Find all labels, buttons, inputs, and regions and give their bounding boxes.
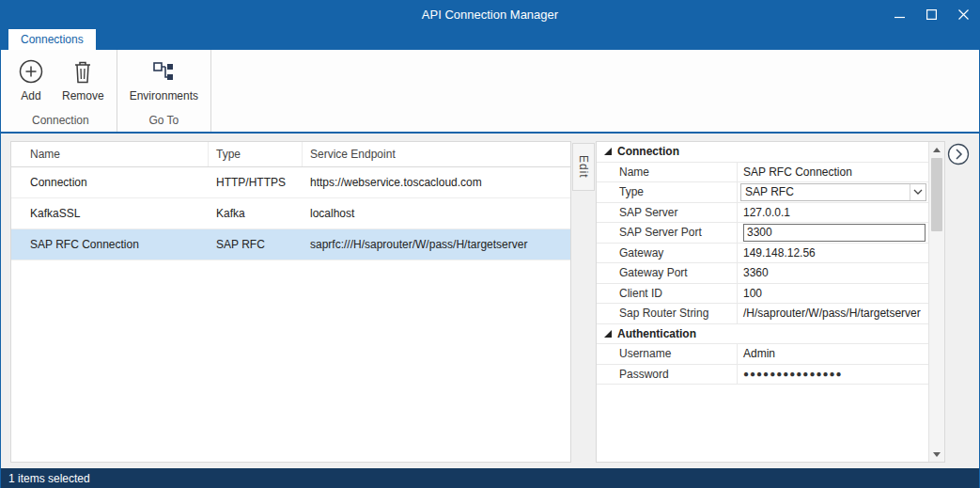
table-row[interactable]: KafkaSSLKafkalocalhost <box>11 198 570 229</box>
tab-connections[interactable]: Connections <box>8 29 96 50</box>
ribbon-group-goto: Environments Go To <box>117 50 211 132</box>
table-cell: localhost <box>303 207 570 220</box>
api-connection-manager-window: API Connection Manager Connections <box>0 0 980 488</box>
property-row: TypeSAP RFC <box>597 182 928 203</box>
property-label: Username <box>597 344 738 364</box>
property-label: Type <box>597 182 738 202</box>
property-row: Password●●●●●●●●●●●●●●● <box>597 365 928 386</box>
environments-button-label: Environments <box>130 89 198 102</box>
table-cell: HTTP/HTTPS <box>209 176 303 189</box>
focused-text-input[interactable]: 3300 <box>743 224 926 242</box>
expander-expanded-icon <box>604 330 612 338</box>
table-cell: Connection <box>11 176 209 189</box>
chevron-down-icon[interactable] <box>910 184 926 200</box>
ribbon-group-label-goto: Go To <box>121 112 207 132</box>
table-cell: KafkaSSL <box>11 207 209 220</box>
property-label: Password <box>597 365 738 385</box>
add-circle-plus-icon <box>18 57 44 86</box>
property-group-label: Authentication <box>617 327 696 340</box>
property-value[interactable]: SAP RFC Connection <box>738 163 928 182</box>
ribbon-group-label-connection: Connection <box>8 112 113 132</box>
window-title: API Connection Manager <box>1 8 979 22</box>
table-cell: SAP RFC <box>209 238 303 251</box>
environments-sitemap-icon <box>151 57 176 86</box>
property-row: UsernameAdmin <box>597 344 928 365</box>
scrollbar-up-arrow[interactable] <box>929 142 944 157</box>
main-content: NameTypeService Endpoint ConnectionHTTP/… <box>1 134 979 468</box>
property-value: 3300 <box>738 223 928 243</box>
property-row: Client ID100 <box>597 284 928 305</box>
property-row: Sap Router String/H/saprouter/W/pass/H/t… <box>597 304 928 324</box>
property-panel: ConnectionNameSAP RFC ConnectionTypeSAP … <box>596 141 945 463</box>
table-cell: saprfc:///H/saprouter/W/pass/H/targetser… <box>303 238 570 251</box>
property-value[interactable]: 3360 <box>738 263 928 283</box>
property-value[interactable]: 127.0.0.1 <box>738 203 928 223</box>
status-text: 1 items selected <box>8 472 90 485</box>
table-body: ConnectionHTTP/HTTPShttps://webservice.t… <box>11 167 570 260</box>
edit-tab-strip: Edit <box>571 141 596 463</box>
add-button[interactable]: Add <box>8 50 54 112</box>
property-label: Gateway Port <box>597 263 738 283</box>
window-controls <box>883 0 979 28</box>
table-cell: Kafka <box>209 207 303 220</box>
titlebar: API Connection Manager <box>1 0 979 28</box>
property-grid: ConnectionNameSAP RFC ConnectionTypeSAP … <box>597 142 928 462</box>
vertical-scrollbar[interactable] <box>928 142 944 462</box>
property-value[interactable]: /H/saprouter/W/pass/H/targetserver <box>738 304 928 323</box>
add-button-label: Add <box>21 89 40 102</box>
property-label: Sap Router String <box>597 304 738 323</box>
trash-icon <box>71 57 94 86</box>
edit-tab[interactable]: Edit <box>572 143 595 191</box>
maximize-icon <box>926 9 937 20</box>
table-cell: SAP RFC Connection <box>11 238 209 251</box>
property-row: Gateway149.148.12.56 <box>597 244 928 264</box>
ribbon-group-connection: Add Remove Connection <box>5 50 117 132</box>
property-value[interactable]: 100 <box>738 284 928 304</box>
scrollbar-down-arrow[interactable] <box>929 447 944 462</box>
connections-table: NameTypeService Endpoint ConnectionHTTP/… <box>10 141 571 463</box>
tab-strip: Connections <box>1 28 979 50</box>
close-icon <box>958 9 969 20</box>
expand-panel-button[interactable] <box>947 143 970 168</box>
minimize-button[interactable] <box>883 0 915 28</box>
chevron-right-circle-icon <box>947 143 970 165</box>
table-cell: https://webservice.toscacloud.com <box>303 176 570 189</box>
property-label: SAP Server Port <box>597 223 738 243</box>
property-row: SAP Server Port3300 <box>597 223 928 244</box>
table-header: NameTypeService Endpoint <box>11 142 570 167</box>
column-header-service-endpoint[interactable]: Service Endpoint <box>303 142 570 166</box>
property-label: Name <box>597 163 738 182</box>
property-row: NameSAP RFC Connection <box>597 163 928 183</box>
column-header-name[interactable]: Name <box>11 142 209 166</box>
property-label: Gateway <box>597 244 738 263</box>
property-group-header[interactable]: Authentication <box>597 324 928 345</box>
password-field[interactable]: ●●●●●●●●●●●●●●● <box>738 365 928 385</box>
maximize-button[interactable] <box>915 0 947 28</box>
property-value[interactable]: Admin <box>738 344 928 364</box>
dropdown-value: SAP RFC <box>745 185 794 198</box>
scrollbar-track[interactable] <box>929 232 944 447</box>
expander-expanded-icon <box>604 148 612 155</box>
remove-button[interactable]: Remove <box>54 50 113 112</box>
property-group-header[interactable]: Connection <box>597 142 928 163</box>
panel-gutter <box>945 141 972 463</box>
property-label: Client ID <box>597 284 738 304</box>
type-dropdown[interactable]: SAP RFC <box>738 182 928 202</box>
property-group-label: Connection <box>617 145 679 158</box>
column-header-type[interactable]: Type <box>209 142 303 166</box>
property-row: Gateway Port3360 <box>597 263 928 284</box>
remove-button-label: Remove <box>62 89 104 102</box>
table-row[interactable]: ConnectionHTTP/HTTPShttps://webservice.t… <box>11 167 570 198</box>
minimize-icon <box>894 9 905 20</box>
property-label: SAP Server <box>597 203 738 223</box>
close-button[interactable] <box>947 0 979 28</box>
table-row[interactable]: SAP RFC ConnectionSAP RFCsaprfc:///H/sap… <box>11 229 570 260</box>
property-row: SAP Server127.0.0.1 <box>597 203 928 224</box>
status-bar: 1 items selected <box>1 468 979 488</box>
ribbon-toolbar: Add Remove Connection Environments <box>1 50 979 134</box>
scrollbar-thumb[interactable] <box>931 158 942 231</box>
environments-button[interactable]: Environments <box>121 50 207 112</box>
property-value[interactable]: 149.148.12.56 <box>738 244 928 263</box>
